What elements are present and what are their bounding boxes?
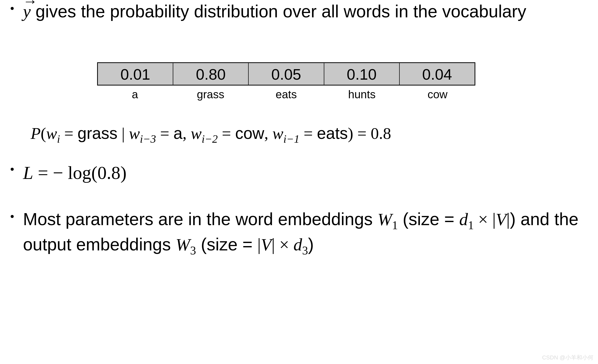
params-text2: (size = [398,209,459,229]
comma1: , [182,124,191,142]
bullet1-text: gives the probability distribution over … [36,2,526,21]
open-paren: ( [41,124,46,142]
bullet-parameters: Most parameters are in the word embeddin… [0,208,598,259]
distribution-table: 0.01 0.80 0.05 0.10 0.04 a grass eats hu… [97,62,475,101]
V-symbol2: V [261,235,272,254]
sub-1b: 1 [468,219,474,232]
P-symbol: P [31,124,41,142]
dist-cell: 0.80 [173,63,249,85]
dist-cell: 0.04 [400,63,475,85]
sub-3b: 3 [302,244,308,257]
sub-3: 3 [190,244,196,257]
bullet-y-distribution: → y gives the probability distribution o… [0,0,598,23]
arrow-icon: → [22,0,36,11]
dist-label: eats [248,88,324,101]
eq1: = [60,124,77,142]
d-symbol: d [459,210,468,229]
sub-i: i [57,133,60,145]
eq4: = [300,124,317,142]
V-symbol: V [496,210,507,229]
comma2: , [264,124,272,142]
W-symbol: W [377,210,392,229]
w-symbol: w [191,124,202,142]
distribution-labels-row: a grass eats hunts cow [97,88,475,101]
word-grass: grass [77,124,118,142]
params-text4: (size = [196,235,257,254]
eq-val: = 0.8 [353,124,391,142]
dist-label: a [97,88,173,101]
w-symbol: w [129,124,140,142]
dist-label: hunts [324,88,400,101]
sub-i1: i−1 [283,133,300,145]
params-text1: Most parameters are in the word embeddin… [23,209,377,229]
dist-cell: 0.10 [324,63,400,85]
word-eats: eats [317,124,348,142]
dist-cell: 0.01 [98,63,173,85]
word-cow: cow [235,124,264,142]
dist-label: grass [173,88,248,101]
d-symbol2: d [293,235,302,254]
w-symbol: w [272,124,283,142]
times1: × [474,210,492,229]
bar: | [118,124,129,142]
distribution-values-row: 0.01 0.80 0.05 0.10 0.04 [97,62,475,86]
w-symbol: w [46,124,57,142]
bar-open2: | [257,235,261,254]
params-text5: ) [308,235,314,254]
dist-label: cow [400,88,475,101]
bar-close2: | [271,235,275,254]
times2: × [275,235,293,254]
y-vector-symbol: → y [23,0,31,23]
eq3: = [218,124,235,142]
W-symbol2: W [176,235,190,254]
bar-open: | [492,210,496,229]
probability-equation: P(wi = grass | wi−3 = a, wi−2 = cow, wi−… [31,124,598,145]
watermark: CSDN @小羊和小何 [542,354,593,361]
eq2: = [156,124,174,142]
sub-1: 1 [392,219,398,232]
sub-i3: i−3 [140,133,156,145]
word-a: a [174,124,183,142]
sub-i2: i−2 [202,133,218,145]
L-symbol: L [23,163,33,183]
loss-expr: = − log(0.8) [33,163,126,183]
close-paren: ) [348,124,353,142]
bullet-loss: L = − log(0.8) [0,161,598,185]
dist-cell: 0.05 [249,63,324,85]
bar-close: | [507,210,510,229]
